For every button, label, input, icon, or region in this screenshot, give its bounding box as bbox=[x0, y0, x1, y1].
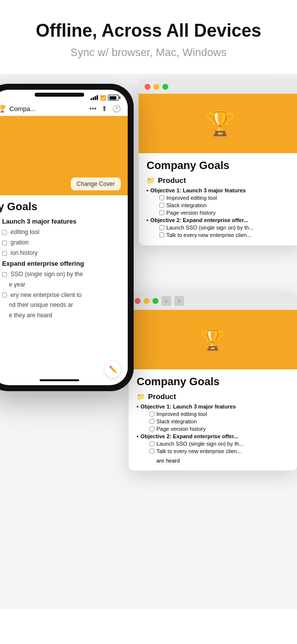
battery-cap bbox=[119, 97, 120, 99]
phone-status-icons: 📶 bbox=[91, 95, 119, 101]
browser-check5-2: Talk to every new enterprise clien... bbox=[149, 448, 289, 454]
forward-button[interactable]: › bbox=[174, 296, 184, 306]
browser-section-title-1: 📁 Product bbox=[147, 176, 294, 184]
browser-window-2: ‹ › 🏆 Company Goals 📁 Product • Objectiv… bbox=[129, 292, 297, 470]
browser-cover-2: 🏆 bbox=[129, 310, 297, 369]
signal-bar-3 bbox=[95, 96, 96, 100]
phone-item5b: nd their unique needs ar bbox=[0, 301, 121, 309]
checkbox-2-1[interactable] bbox=[159, 203, 164, 208]
minimize-dot-2[interactable] bbox=[144, 298, 149, 304]
header: Offline, Across All Devices Sync w/ brow… bbox=[0, 0, 297, 74]
phone-item1: editing tool bbox=[0, 228, 121, 236]
phone-item2: gration bbox=[0, 238, 121, 247]
checkbox-5-1[interactable] bbox=[159, 233, 164, 237]
browser-titlebar-1 bbox=[139, 79, 297, 94]
browser-check2-2: Slack integration bbox=[149, 418, 289, 424]
phone-page-title: y Goals bbox=[0, 200, 121, 213]
browser-content-2: Company Goals 📁 Product • Objective 1: L… bbox=[129, 369, 297, 470]
phone-toolbar: 🏆 Compa... ••• ⬆ 🕐 bbox=[0, 103, 128, 116]
browser-check5b-2: are heard bbox=[149, 456, 289, 465]
trophy-icon-small: 🏆 bbox=[0, 105, 6, 113]
phone-notch bbox=[35, 93, 84, 97]
maximize-dot-1[interactable] bbox=[162, 84, 168, 90]
close-dot-1[interactable] bbox=[145, 84, 150, 90]
devices-container: 📶 🏆 Compa... ••• ⬆ 🕐 bbox=[0, 74, 297, 609]
phone-toolbar-icons: ••• ⬆ 🕐 bbox=[89, 105, 121, 113]
browser-check4-1: Launch SSO (single sign on) by th... bbox=[159, 225, 294, 231]
phone-cover-area: Change Cover bbox=[0, 116, 128, 195]
browser-cover-1: 🏆 bbox=[139, 94, 297, 153]
browser-page-title-2: Company Goals bbox=[137, 375, 289, 388]
browser-check3-1: Page version history bbox=[159, 210, 294, 216]
signal-icon bbox=[91, 95, 98, 100]
phone-edit-button[interactable]: ✏️ bbox=[105, 361, 121, 377]
browser-obj1-2: • Objective 1: Launch 3 major features bbox=[137, 404, 289, 410]
share-icon[interactable]: ⬆ bbox=[101, 105, 107, 113]
checkbox-5-2[interactable] bbox=[149, 449, 154, 454]
folder-icon-1: 📁 bbox=[147, 176, 155, 184]
signal-bar-4 bbox=[97, 95, 98, 100]
history-icon[interactable]: 🕐 bbox=[112, 105, 121, 113]
trophy-icon-1: 🏆 bbox=[205, 110, 235, 137]
folder-icon-2: 📁 bbox=[137, 393, 145, 401]
checkbox-3-1[interactable] bbox=[159, 210, 164, 215]
checkbox-1-1[interactable] bbox=[159, 195, 164, 200]
phone-item5: ery new enterprise client to bbox=[0, 291, 121, 299]
browser-obj1-1: • Objective 1: Launch 3 major features bbox=[147, 187, 294, 193]
signal-bar-2 bbox=[93, 97, 94, 100]
browser-check-group-4: Launch SSO (single sign on) by th... Tal… bbox=[137, 441, 289, 465]
browser-check5-1: Talk to every new enterprise clien... bbox=[159, 232, 294, 238]
browser-page-title-1: Company Goals bbox=[147, 159, 294, 172]
header-subtitle: Sync w/ browser, Mac, Windows bbox=[10, 46, 287, 59]
phone-item4b: e year bbox=[0, 281, 121, 289]
phone-screen: 📶 🏆 Compa... ••• ⬆ 🕐 bbox=[0, 90, 128, 385]
browser-check1-1: Improved editing tool bbox=[159, 195, 294, 201]
checkbox-3-2[interactable] bbox=[149, 426, 154, 431]
browser-check3-2: Page version history bbox=[149, 426, 289, 432]
trophy-icon-2: 🏆 bbox=[200, 328, 225, 351]
browser-check-group-3: Improved editing tool Slack integration … bbox=[137, 411, 289, 432]
browser-obj2-2: • Objective 2: Expand enterprise offer..… bbox=[137, 433, 289, 439]
checkbox-4-2[interactable] bbox=[149, 441, 154, 446]
phone-toolbar-left: 🏆 Compa... bbox=[0, 105, 36, 113]
phone-body: y Goals • Launch 3 major features editin… bbox=[0, 195, 128, 382]
signal-bar-1 bbox=[91, 98, 92, 100]
close-dot-2[interactable] bbox=[135, 298, 141, 304]
phone-item3: ion history bbox=[0, 249, 121, 257]
browser-content-1: Company Goals 📁 Product • Objective 1: L… bbox=[139, 153, 297, 245]
browser-section-title-2: 📁 Product bbox=[137, 392, 289, 401]
battery-icon bbox=[108, 95, 119, 101]
wifi-icon: 📶 bbox=[100, 95, 106, 101]
browser-check-group-2: Launch SSO (single sign on) by th... Tal… bbox=[147, 225, 294, 238]
maximize-dot-2[interactable] bbox=[152, 298, 158, 304]
phone-mockup: 📶 🏆 Compa... ••• ⬆ 🕐 bbox=[0, 84, 134, 391]
browser-check2-1: Slack integration bbox=[159, 202, 294, 208]
phone-tab-title: Compa... bbox=[9, 105, 36, 113]
checkbox-1-2[interactable] bbox=[149, 411, 154, 416]
phone-bottom-bar bbox=[40, 379, 79, 381]
phone-obj2: • Expand enterprise offering bbox=[0, 259, 121, 268]
browser-titlebar-2: ‹ › bbox=[129, 292, 297, 310]
battery-fill bbox=[109, 96, 116, 100]
back-button[interactable]: ‹ bbox=[161, 296, 171, 306]
browser-check4-2: Launch SSO (single sign on) by th... bbox=[149, 441, 289, 447]
change-cover-button[interactable]: Change Cover bbox=[71, 177, 121, 190]
checkbox-4-1[interactable] bbox=[159, 225, 164, 230]
minimize-dot-1[interactable] bbox=[153, 84, 159, 90]
more-icon[interactable]: ••• bbox=[89, 105, 97, 113]
browser-window-1: 🏆 Company Goals 📁 Product • Objective 1:… bbox=[139, 79, 297, 245]
browser-check-group-1: Improved editing tool Slack integration … bbox=[147, 195, 294, 216]
browser-obj2-1: • Objective 2: Expand enterprise offer..… bbox=[147, 217, 294, 223]
header-title: Offline, Across All Devices bbox=[10, 20, 287, 41]
browser-check1-2: Improved editing tool bbox=[149, 411, 289, 417]
phone-item5c: e they are heard bbox=[0, 311, 121, 320]
checkbox-2-2[interactable] bbox=[149, 419, 154, 424]
phone-item4: SSO (single sign on) by the bbox=[0, 270, 121, 279]
phone-obj1: • Launch 3 major features bbox=[0, 217, 121, 226]
